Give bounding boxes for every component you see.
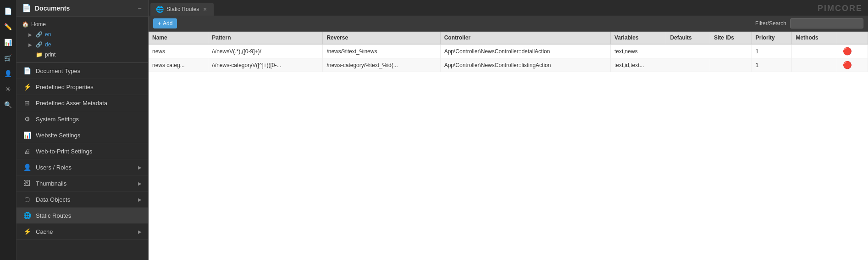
icon-bar-ecommerce[interactable]: 🛒: [1, 51, 16, 65]
menu-item-label: Web-to-Print Settings: [36, 148, 142, 155]
col-methods: Methods: [792, 32, 837, 44]
menu-item-label: Website Settings: [36, 132, 142, 139]
col-variables: Variables: [610, 32, 666, 44]
submenu-arrow-icon: ▶: [138, 197, 142, 202]
tab-close-button[interactable]: ✕: [202, 6, 208, 12]
icon-bar-integrations[interactable]: ✳: [1, 82, 16, 96]
sidebar: 📄 Documents → 🏠 Home ▶ 🔗 en ▶ 🔗 de 📁 pri…: [17, 0, 149, 260]
routes-table: Name Pattern Reverse Controller Variable…: [149, 32, 868, 72]
delete-row-button[interactable]: 🔴: [841, 61, 854, 69]
menu-item-data-objects[interactable]: ⬡ Data Objects ▶: [17, 192, 148, 208]
menu-item-label: Static Routes: [36, 212, 142, 219]
delete-row-button[interactable]: 🔴: [841, 47, 854, 56]
cell-site-ids: [710, 58, 752, 72]
filter-label: Filter/Search: [755, 20, 786, 27]
table-header-row: Name Pattern Reverse Controller Variable…: [149, 32, 868, 44]
cell-pattern: /\/news-categoryV([^]+)([0-...: [208, 58, 323, 72]
cell-methods: [792, 58, 837, 72]
predefined-props-icon: ⚡: [23, 83, 31, 90]
menu-item-web-to-print[interactable]: 🖨 Web-to-Print Settings: [17, 143, 148, 159]
col-defaults: Defaults: [666, 32, 710, 44]
submenu-arrow-icon: ▶: [138, 229, 142, 234]
menu-item-thumbnails[interactable]: 🖼 Thumbnails ▶: [17, 175, 148, 192]
tree-item-label: print: [45, 51, 55, 58]
icon-bar-users[interactable]: 👤: [1, 66, 16, 81]
menu-item-website-settings[interactable]: 📊 Website Settings: [17, 127, 148, 143]
col-controller: Controller: [440, 32, 610, 44]
sidebar-collapse-arrow[interactable]: →: [137, 5, 143, 11]
menu-item-system-settings[interactable]: ⚙ System Settings: [17, 111, 148, 127]
cell-defaults: [666, 58, 710, 72]
submenu-arrow-icon: ▶: [138, 165, 142, 170]
add-button[interactable]: + Add: [153, 18, 177, 28]
menu-item-label: Users / Roles: [36, 164, 133, 171]
submenu-arrow-icon: ▶: [138, 181, 142, 186]
sidebar-header-icon: 📄: [22, 4, 31, 12]
menu-item-cache[interactable]: ⚡ Cache ▶: [17, 224, 148, 240]
menu-item-predefined-asset-metadata[interactable]: ⊞ Predefined Asset Metadata: [17, 95, 148, 111]
filter-input[interactable]: [790, 18, 863, 28]
col-name: Name: [149, 32, 208, 44]
menu-item-users-roles[interactable]: 👤 Users / Roles ▶: [17, 159, 148, 175]
tree-item-home[interactable]: 🏠 Home: [17, 19, 148, 29]
cell-delete: 🔴: [837, 58, 868, 72]
cell-controller: App\Controller\NewsController::listingAc…: [440, 58, 610, 72]
cell-variables: text,news: [610, 44, 666, 58]
system-settings-icon: ⚙: [23, 115, 31, 123]
tab-static-routes[interactable]: 🌐 Static Routes ✕: [150, 3, 214, 16]
main-content: PIMCORE 🌐 Static Routes ✕ + Add Filter/S…: [149, 0, 868, 260]
link-icon: 🔗: [36, 31, 42, 38]
icon-bar-analytics[interactable]: 📊: [1, 35, 16, 50]
link-icon: 🔗: [36, 41, 42, 48]
menu-item-label: Thumbnails: [36, 180, 133, 187]
toolbar: + Add Filter/Search: [149, 16, 868, 32]
menu-item-static-routes[interactable]: 🌐 Static Routes: [17, 208, 148, 224]
cell-defaults: [666, 44, 710, 58]
tree-item-de[interactable]: ▶ 🔗 de: [17, 40, 148, 50]
routes-table-container: Name Pattern Reverse Controller Variable…: [149, 32, 868, 260]
predefined-asset-icon: ⊞: [23, 99, 31, 107]
tree-item-label: de: [45, 41, 51, 48]
tree-item-en[interactable]: ▶ 🔗 en: [17, 29, 148, 40]
icon-bar-documents[interactable]: 📄: [1, 4, 16, 18]
thumbnails-icon: 🖼: [23, 180, 31, 187]
tree-item-print[interactable]: 📁 print: [17, 50, 148, 60]
pimcore-logo: PIMCORE: [818, 4, 862, 13]
col-pattern: Pattern: [208, 32, 323, 44]
menu-item-document-types[interactable]: 📄 Document Types: [17, 63, 148, 79]
document-tree: 🏠 Home ▶ 🔗 en ▶ 🔗 de 📁 print: [17, 17, 148, 63]
menu-item-label: Document Types: [36, 68, 142, 74]
website-settings-icon: 📊: [23, 131, 31, 139]
cell-variables: text,id,text...: [610, 58, 666, 72]
tree-item-label: Home: [31, 21, 46, 28]
tab-globe-icon: 🌐: [156, 6, 164, 13]
cell-reverse: /news/%text_%news: [323, 44, 440, 58]
icon-bar: 📄 ✏️ 📊 🛒 👤 ✳ 🔍: [0, 0, 17, 260]
filter-section: Filter/Search: [755, 18, 863, 28]
add-icon: +: [158, 20, 161, 27]
cell-delete: 🔴: [837, 44, 868, 58]
users-roles-icon: 👤: [23, 164, 31, 171]
tab-label: Static Routes: [166, 6, 199, 12]
sidebar-header-title: Documents: [35, 5, 133, 12]
menu-item-label: Predefined Properties: [36, 84, 142, 90]
menu-item-label: Cache: [36, 228, 133, 235]
add-label: Add: [163, 20, 172, 27]
cell-reverse: /news-category/%text_%id{...: [323, 58, 440, 72]
menu-item-predefined-properties[interactable]: ⚡ Predefined Properties: [17, 79, 148, 95]
cell-site-ids: [710, 44, 752, 58]
menu-item-label: Predefined Asset Metadata: [36, 100, 142, 107]
table-row: news /\/newsV(.*),([0-9]+)/ /news/%text_…: [149, 44, 868, 58]
cell-pattern: /\/newsV(.*),([0-9]+)/: [208, 44, 323, 58]
web-to-print-icon: 🖨: [23, 147, 31, 155]
document-types-icon: 📄: [23, 67, 31, 74]
col-reverse: Reverse: [323, 32, 440, 44]
icon-bar-assets[interactable]: ✏️: [1, 19, 16, 34]
home-icon: 🏠: [22, 21, 28, 28]
folder-icon: 📁: [36, 51, 42, 58]
cell-name: news: [149, 44, 208, 58]
cell-priority: 1: [752, 58, 792, 72]
icon-bar-search[interactable]: 🔍: [1, 97, 16, 112]
tab-bar: 🌐 Static Routes ✕: [149, 0, 868, 16]
table-body: news /\/newsV(.*),([0-9]+)/ /news/%text_…: [149, 44, 868, 72]
